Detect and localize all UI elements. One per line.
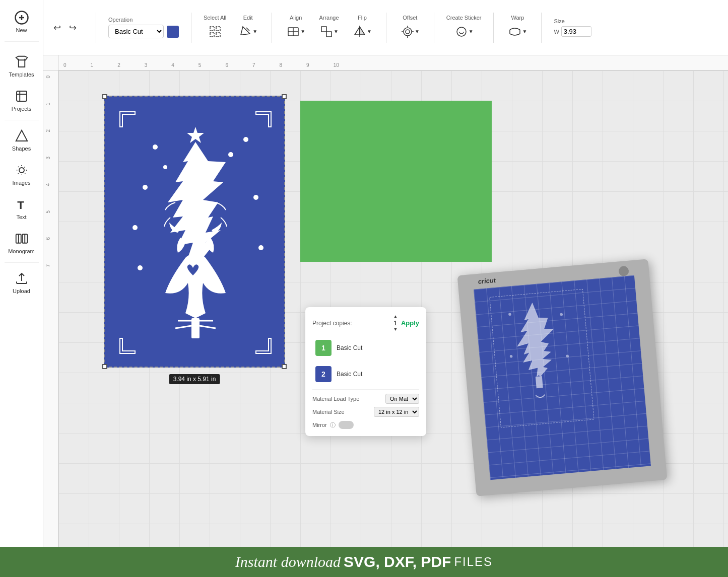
sidebar-item-upload[interactable]: Upload: [0, 266, 43, 299]
material-size-select[interactable]: 12 in x 12 in: [374, 407, 419, 417]
svg-rect-11: [210, 27, 214, 31]
svg-point-41: [138, 265, 143, 270]
svg-point-34: [153, 145, 158, 150]
mat-cutting-area: [474, 275, 651, 480]
offset-button[interactable]: ▼: [399, 23, 422, 41]
mirror-label: Mirror: [312, 422, 327, 428]
shapes-icon: [14, 128, 29, 143]
align-group: Align ▼: [284, 15, 307, 41]
mirror-row: Mirror ⓘ: [312, 421, 419, 429]
size-label: Size: [554, 18, 591, 24]
sidebar-item-text[interactable]: T Text: [0, 192, 43, 225]
mat1-item: 1 Basic Cut: [312, 337, 419, 359]
separator-2: [191, 13, 191, 43]
separator-5: [434, 13, 434, 43]
sidebar-item-shapes-label: Shapes: [12, 146, 31, 152]
sidebar-item-monogram-label: Monogram: [8, 248, 35, 254]
copies-up-btn[interactable]: ▲: [393, 314, 398, 319]
arrange-label: Arrange: [319, 15, 339, 21]
handle-bottom-left[interactable]: [102, 364, 107, 369]
material-size-label: Material Size: [312, 409, 345, 415]
sidebar-item-shapes[interactable]: Shapes: [0, 123, 43, 157]
svg-point-36: [243, 137, 248, 142]
size-w-label: W: [554, 29, 559, 35]
svg-point-39: [253, 195, 258, 200]
bottom-format-text: SVG, DXF, PDF: [344, 553, 451, 570]
separator-3: [272, 13, 272, 43]
svg-point-37: [143, 185, 148, 190]
select-all-label: Select All: [204, 15, 226, 21]
color-swatch[interactable]: [167, 26, 179, 38]
ruler-horizontal: 0 1 2 3 4 5 6 7 8 9 10: [58, 55, 728, 70]
sidebar-item-images[interactable]: Images: [0, 158, 43, 191]
svg-point-38: [133, 225, 138, 230]
project-copies-label: Project copies:: [312, 320, 352, 327]
copies-stepper[interactable]: ▲ 1 ▼: [393, 314, 398, 332]
svg-point-25: [406, 30, 410, 34]
sidebar-item-projects[interactable]: Projects: [0, 84, 43, 117]
handle-top-right[interactable]: [282, 94, 287, 99]
plus-icon: [14, 10, 29, 25]
mat-design-preview: [474, 275, 651, 480]
warp-label: Warp: [511, 15, 524, 21]
mirror-toggle[interactable]: [339, 421, 354, 429]
material-load-select[interactable]: On Mat: [385, 394, 419, 404]
svg-point-24: [404, 28, 412, 36]
align-button[interactable]: ▼: [284, 23, 307, 41]
sidebar: New Templates Projects Shapes Images: [0, 0, 43, 577]
text-icon: T: [14, 197, 29, 212]
offset-label: Offset: [403, 15, 417, 21]
cut-panel: Project copies: ▲ 1 ▼ Apply 1 Basic Cut …: [305, 307, 426, 436]
size-w-input[interactable]: [561, 26, 591, 37]
sidebar-item-monogram[interactable]: Monogram: [0, 226, 43, 259]
svg-rect-19: [321, 27, 326, 32]
sidebar-item-templates[interactable]: Templates: [0, 49, 43, 83]
svg-marker-21: [355, 27, 360, 35]
edit-button[interactable]: ▼: [236, 23, 259, 41]
mat2-number: 2: [315, 366, 332, 382]
align-label: Align: [290, 15, 302, 21]
undo-button[interactable]: ↩: [51, 20, 63, 35]
flip-button[interactable]: ▼: [351, 23, 374, 41]
upload-icon: [14, 271, 29, 286]
separator-6: [493, 13, 494, 43]
redo-button[interactable]: ↪: [67, 20, 79, 35]
operation-label: Operation: [108, 17, 179, 23]
svg-point-35: [228, 152, 233, 157]
create-sticker-button[interactable]: ▼: [452, 23, 476, 41]
svg-point-50: [566, 354, 569, 357]
handle-bottom-right[interactable]: [282, 364, 287, 369]
svg-point-49: [510, 355, 513, 358]
size-group: Size W: [554, 18, 591, 37]
apply-button[interactable]: Apply: [401, 319, 419, 327]
sidebar-item-images-label: Images: [12, 180, 30, 186]
svg-point-40: [258, 245, 263, 250]
christmas-tree-svg: [105, 97, 286, 369]
svg-point-48: [560, 313, 563, 316]
ruler-corner: [43, 55, 58, 70]
operation-select[interactable]: Basic Cut: [108, 25, 164, 38]
undo-redo-group: ↩ ↪: [51, 20, 79, 35]
handle-top-left[interactable]: [102, 94, 107, 99]
svg-point-42: [163, 165, 167, 169]
sidebar-item-templates-label: Templates: [9, 71, 34, 78]
svg-point-47: [508, 313, 511, 316]
create-sticker-group: Create Sticker ▼: [446, 15, 482, 41]
create-sticker-label: Create Sticker: [446, 15, 482, 21]
svg-point-5: [19, 168, 24, 173]
grid-canvas: 3.94 in x 5.91 in Project copies: ▲ 1 ▼ …: [58, 70, 728, 547]
material-size-row: Material Size 12 in x 12 in: [312, 407, 419, 417]
svg-rect-44: [191, 318, 200, 338]
arrange-button[interactable]: ▼: [317, 23, 341, 41]
select-all-button[interactable]: [206, 23, 224, 41]
toolbar: ↩ ↪ Operation Basic Cut Select All Edit: [43, 0, 728, 55]
images-icon: [14, 163, 29, 178]
copies-down-btn[interactable]: ▼: [393, 327, 398, 332]
projects-icon: [14, 89, 29, 104]
bottom-bar: Instant download SVG, DXF, PDF FILES: [0, 547, 728, 577]
svg-marker-22: [360, 27, 365, 35]
sidebar-item-new[interactable]: New: [0, 5, 43, 38]
edit-group: Edit ▼: [236, 15, 259, 41]
warp-button[interactable]: ▼: [506, 23, 529, 41]
design-card[interactable]: 3.94 in x 5.91 in: [104, 96, 285, 368]
